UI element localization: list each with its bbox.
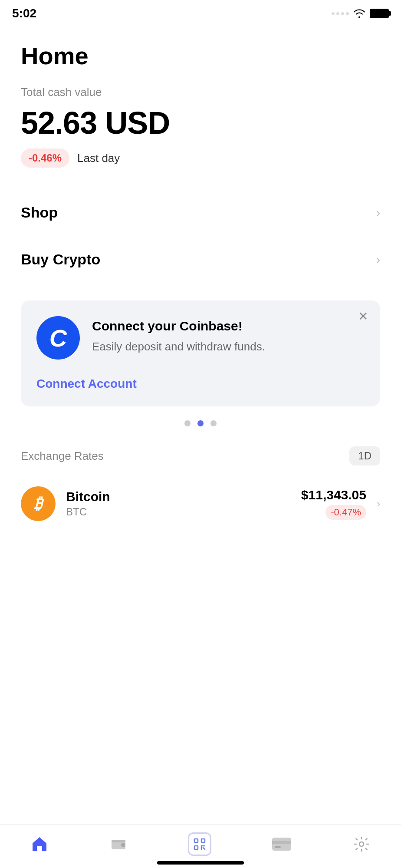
card-title: Connect your Coinbase! [92, 319, 265, 333]
buy-crypto-row[interactable]: Buy Crypto › [21, 236, 380, 283]
svg-rect-2 [112, 840, 125, 842]
scan-icon [188, 832, 211, 856]
main-content: Home Total cash value 52.63 USD -0.46% L… [0, 24, 401, 530]
bitcoin-change: -0.47% [325, 505, 366, 520]
svg-rect-3 [194, 839, 198, 842]
change-period: Last day [77, 152, 120, 165]
battery-icon [370, 9, 389, 18]
home-indicator [157, 861, 244, 865]
exchange-rates-header: Exchange Rates 1D [21, 446, 380, 465]
status-icons [332, 9, 389, 18]
svg-point-12 [359, 842, 364, 846]
settings-icon [352, 835, 371, 854]
svg-rect-11 [275, 846, 281, 848]
shop-label: Shop [21, 204, 58, 221]
total-cash-value: 52.63 USD [21, 105, 380, 141]
buy-crypto-chevron: › [376, 253, 380, 267]
wallet-icon [109, 835, 128, 854]
page-title: Home [21, 42, 380, 70]
btc-symbol: ₿ [34, 495, 42, 513]
card-icon [271, 837, 292, 851]
time-filter-button[interactable]: 1D [349, 446, 380, 465]
bitcoin-name: Bitcoin [66, 489, 291, 504]
shop-row[interactable]: Shop › [21, 189, 380, 236]
svg-rect-5 [194, 846, 198, 849]
nav-item-settings[interactable] [352, 835, 371, 854]
nav-item-scan[interactable] [188, 832, 211, 856]
scan-svg [193, 837, 207, 851]
bitcoin-price-block: $11,343.05 -0.47% [301, 488, 366, 520]
coinbase-logo: C [36, 316, 80, 360]
svg-rect-10 [272, 841, 291, 844]
svg-line-8 [203, 848, 205, 849]
coinbase-card: ✕ C Connect your Coinbase! Easily deposi… [21, 300, 380, 406]
nav-item-home[interactable] [30, 835, 49, 854]
buy-crypto-label: Buy Crypto [21, 251, 100, 268]
bitcoin-info: Bitcoin BTC [66, 489, 291, 518]
card-description: Easily deposit and withdraw funds. [92, 339, 265, 354]
change-badge: -0.46% [21, 149, 69, 168]
pagination-dots [21, 420, 380, 426]
card-text-block: Connect your Coinbase! Easily deposit an… [92, 316, 265, 354]
change-row: -0.46% Last day [21, 149, 380, 168]
svg-rect-4 [201, 839, 205, 842]
card-close-button[interactable]: ✕ [358, 309, 368, 323]
svg-rect-1 [121, 843, 125, 847]
bitcoin-chevron: › [377, 498, 380, 510]
coinbase-logo-letter: C [49, 324, 67, 352]
dot-3[interactable] [210, 420, 217, 426]
total-cash-label: Total cash value [21, 86, 380, 99]
nav-item-card[interactable] [271, 837, 292, 851]
nav-item-wallet[interactable] [109, 835, 128, 854]
connect-account-link[interactable]: Connect Account [36, 373, 137, 391]
status-time: 5:02 [12, 7, 36, 20]
dot-1[interactable] [184, 420, 191, 426]
bitcoin-row[interactable]: ₿ Bitcoin BTC $11,343.05 -0.47% › [21, 478, 380, 530]
bitcoin-icon: ₿ [21, 486, 56, 521]
dot-2[interactable] [197, 420, 204, 426]
signal-icon [332, 12, 349, 15]
card-body: C Connect your Coinbase! Easily deposit … [36, 316, 365, 360]
shop-chevron: › [376, 206, 380, 220]
wifi-icon [353, 9, 365, 18]
bitcoin-price: $11,343.05 [301, 488, 366, 502]
status-bar: 5:02 [0, 0, 401, 24]
bitcoin-ticker: BTC [66, 506, 291, 518]
home-icon [30, 835, 49, 854]
exchange-rates-title: Exchange Rates [21, 449, 104, 463]
